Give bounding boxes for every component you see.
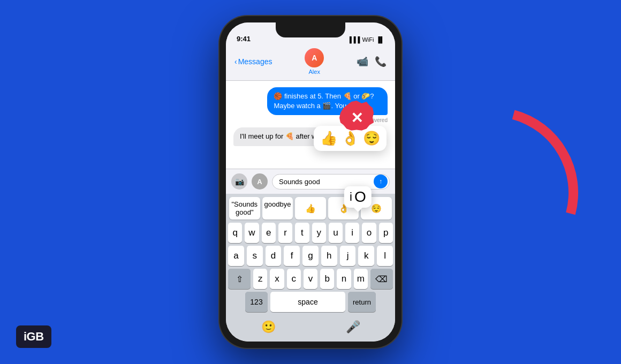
popup-i: i	[350, 191, 352, 203]
key-z[interactable]: z	[253, 269, 267, 289]
key-c[interactable]: c	[287, 269, 301, 289]
popup-O: O	[354, 189, 366, 204]
compose-input[interactable]	[272, 174, 390, 189]
key-a[interactable]: a	[228, 246, 244, 266]
key-m[interactable]: m	[354, 269, 368, 289]
back-label: Messages	[238, 57, 272, 66]
key-popup: i O	[344, 186, 372, 208]
app-icon: A	[257, 178, 262, 186]
emoji-ok[interactable]: 👌	[342, 130, 359, 147]
camera-button[interactable]: 📷	[231, 173, 247, 189]
status-time: 9:41	[237, 35, 251, 43]
key-h[interactable]: h	[321, 246, 337, 266]
contact-info[interactable]: A Alex	[305, 48, 324, 75]
chevron-left-icon: ‹	[234, 57, 237, 66]
contact-avatar: A	[305, 48, 324, 67]
battery-icon: ▐▌	[376, 36, 384, 43]
num-key[interactable]: 123	[245, 292, 268, 312]
key-p[interactable]: p	[379, 223, 393, 243]
key-r[interactable]: r	[278, 223, 292, 243]
key-o[interactable]: o	[362, 223, 376, 243]
emoji-keyboard-icon[interactable]: 🙂	[261, 320, 276, 334]
key-i[interactable]: i i O	[345, 223, 359, 243]
contact-name: Alex	[305, 69, 324, 75]
key-f[interactable]: f	[284, 246, 300, 266]
space-key[interactable]: space	[270, 292, 345, 312]
shift-key[interactable]: ⇧	[228, 269, 251, 289]
key-d[interactable]: d	[266, 246, 282, 266]
key-e[interactable]: e	[262, 223, 276, 243]
decorative-arc-tl	[0, 0, 241, 209]
messages-header: ‹ Messages A Alex 📹 📞	[226, 46, 395, 81]
delete-key[interactable]: ⌫	[370, 269, 393, 289]
phone-screen: 9:41 ▐▐▐ WiFi ▐▌ ‹ Messages A Alex 📹 📞	[226, 22, 395, 342]
compose-input-wrapper: ↑	[272, 174, 390, 189]
key-g[interactable]: g	[302, 246, 319, 266]
igb-logo: iGB	[16, 325, 51, 348]
status-icons: ▐▐▐ WiFi ▐▌	[347, 36, 384, 43]
key-s[interactable]: s	[247, 246, 263, 266]
keyboard: "Sounds good" goodbye 👍 👌 😌 q w e r t y …	[226, 194, 395, 317]
back-button[interactable]: ‹ Messages	[234, 57, 272, 66]
key-n[interactable]: n	[337, 269, 351, 289]
bottom-bar: 🙂 🎤	[226, 317, 395, 342]
key-t[interactable]: t	[295, 223, 309, 243]
send-icon: ↑	[379, 178, 382, 185]
decorative-arc-mid	[375, 75, 609, 309]
emoji-thumbsup[interactable]: 👍	[320, 130, 337, 147]
app-button[interactable]: A	[252, 173, 268, 189]
key-w[interactable]: w	[245, 223, 259, 243]
predictive-thumbsup[interactable]: 👍	[295, 197, 326, 219]
header-actions: 📹 📞	[357, 56, 387, 67]
key-u[interactable]: u	[329, 223, 343, 243]
key-q[interactable]: q	[228, 223, 242, 243]
video-call-icon[interactable]: 📹	[357, 56, 368, 67]
predictive-goodbye[interactable]: goodbye	[262, 197, 293, 219]
phone-notch	[276, 22, 345, 37]
camera-icon: 📷	[235, 177, 244, 186]
keyboard-row-3: ⇧ z x c v b n m ⌫	[228, 269, 393, 289]
phone-call-icon[interactable]: 📞	[375, 56, 387, 67]
key-l[interactable]: l	[377, 246, 393, 266]
key-j[interactable]: j	[340, 246, 356, 266]
wifi-icon: WiFi	[362, 36, 374, 43]
keyboard-row-1: q w e r t y u i i O o p	[228, 223, 393, 243]
send-button[interactable]: ↑	[374, 175, 388, 188]
return-key[interactable]: return	[348, 292, 376, 312]
phone-device: 9:41 ▐▐▐ WiFi ▐▌ ‹ Messages A Alex 📹 📞	[219, 16, 402, 348]
key-v[interactable]: v	[304, 269, 317, 289]
key-b[interactable]: b	[320, 269, 334, 289]
emoji-relieved[interactable]: 😌	[363, 130, 380, 147]
key-y[interactable]: y	[312, 223, 326, 243]
close-icon: ✕	[351, 109, 363, 127]
predictive-sounds-good[interactable]: "Sounds good"	[229, 197, 260, 219]
keyboard-row-2: a s d f g h j k l	[228, 246, 393, 266]
key-x[interactable]: x	[270, 269, 284, 289]
keyboard-row-4: 123 space return	[228, 292, 393, 312]
key-k[interactable]: k	[358, 246, 374, 266]
mic-icon[interactable]: 🎤	[346, 320, 360, 334]
signal-icon: ▐▐▐	[347, 36, 360, 43]
